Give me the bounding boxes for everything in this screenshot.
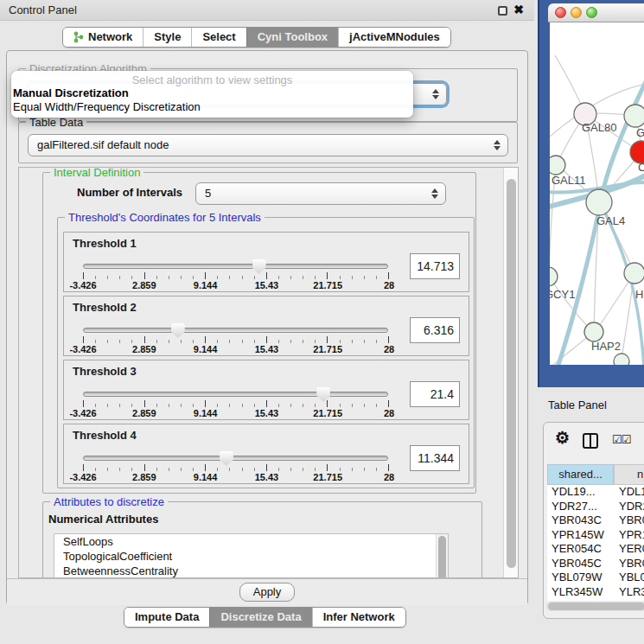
column-header-name[interactable]: n [614,464,644,485]
slider-track[interactable] [83,456,388,461]
close-icon[interactable]: ✖ [513,3,524,16]
table-cell[interactable]: YLR3 [614,585,644,600]
threshold-value-field[interactable]: 14.713 [410,253,460,279]
slider-ticks [83,336,389,343]
control-panel-titlebar: Control Panel ✖ [0,0,534,21]
tab-impute-data[interactable]: Impute Data [124,608,209,627]
threshold-value-field[interactable]: 21.4 [410,381,460,407]
apply-button[interactable]: Apply [239,583,296,602]
mac-zoom-button[interactable] [586,7,597,18]
column-header-shared-name[interactable]: shared... [547,464,614,485]
tab-cyni-toolbox[interactable]: Cyni Toolbox [246,28,338,47]
mac-minimize-button[interactable] [571,7,582,18]
table-cell[interactable]: YPR145W [547,528,614,543]
table-cell[interactable]: YBR045C [547,557,614,571]
tab-network[interactable]: Network [63,28,143,47]
scrollbar-thumb[interactable] [438,536,446,578]
table-cell[interactable]: YBR043C [547,513,614,528]
table-cell[interactable]: YER0 [614,542,644,557]
stepper-icon [431,188,438,199]
slider-track[interactable] [83,264,388,269]
table-hscrollbar[interactable] [546,602,644,611]
slider-tick-label: 21.715 [313,280,342,290]
table-cell[interactable]: YDR2 [614,500,644,514]
table-data-value: galFiltered.sif default node [37,138,169,151]
mac-close-button[interactable] [555,7,566,18]
table-cell[interactable]: YBL079W [547,571,614,585]
threshold-value-field[interactable]: 11.344 [410,445,460,471]
thresholds-group: Threshold's Coordinates for 5 Intervals … [57,217,475,488]
network-node[interactable] [614,354,629,365]
table-cell[interactable]: YIL0 [614,599,644,601]
network-node[interactable] [584,322,603,341]
checkbox-columns-icon[interactable]: ☑☑ [612,433,630,446]
slider-tick-label: 15.43 [255,344,279,354]
slider-tick-label: 9.144 [194,280,218,290]
group-title: Threshold's Coordinates for 5 Intervals [65,211,265,224]
tab-select[interactable]: Select [191,28,245,47]
tab-discretize-data[interactable]: Discretize Data [209,608,311,627]
network-node[interactable] [624,263,644,284]
table-data-combobox[interactable]: galFiltered.sif default node [28,134,508,156]
attributes-scrollbar[interactable] [436,534,448,578]
scrollbar-thumb[interactable] [507,179,516,568]
gear-icon[interactable]: ⚙ [555,428,570,448]
settings-scrollbar[interactable] [503,168,518,577]
dropdown-option-equal-width[interactable]: Equal Width/Frequency Discretization [11,100,413,114]
table-cell[interactable]: YDL19... [547,485,614,500]
threshold-value-field[interactable]: 6.316 [410,317,460,343]
table-cell[interactable]: YBR0 [614,557,644,571]
threshold-label: Threshold 4 [73,429,137,442]
tab-jactivemnodules[interactable]: jActiveMNodules [338,28,450,47]
tab-style[interactable]: Style [143,28,191,47]
table-row[interactable]: YLR345WYLR3 [547,585,644,600]
table-cell[interactable]: YDR27... [547,500,614,514]
slider-tick-label: 21.715 [313,408,342,418]
network-node-label: H [635,288,643,301]
network-node[interactable] [624,105,644,127]
table-row[interactable]: YBL079WYBL0 [547,571,644,585]
network-node[interactable] [550,267,558,286]
float-window-icon[interactable] [498,6,507,16]
network-node-label: GA [636,126,644,139]
tab-infer-network[interactable]: Infer Network [312,608,405,627]
scrollbar-thumb[interactable] [548,603,644,610]
attribute-list-item[interactable]: SelfLoops [54,534,448,549]
table-cell[interactable]: YBR0 [614,513,644,528]
slider-tick-labels: -3.4262.8599.14415.4321.71528 [83,344,389,354]
table-cell[interactable]: YBL0 [614,571,644,585]
network-node-label: GAL80 [582,121,616,134]
cyni-toolbox-panel: Discretization Algorithm Table Data galF… [6,50,528,605]
threshold-label: Threshold 1 [73,237,137,250]
column-layout-icon[interactable] [583,433,598,449]
table-cell[interactable]: YDL1 [614,485,644,500]
dropdown-option-manual[interactable]: Manual Discretization [11,86,413,100]
cyni-mode-tabs: Impute Data Discretize Data Infer Networ… [124,607,406,628]
attribute-list-item[interactable]: TopologicalCoefficient [54,549,448,564]
table-row[interactable]: YPR145WYPR1 [547,528,644,543]
table-row[interactable]: YDR27...YDR2 [547,500,644,514]
attribute-list-item[interactable]: BetweennessCentrality [54,564,448,578]
table-cell[interactable]: YLR345W [547,585,614,600]
table-row[interactable]: YBR043CYBR0 [547,513,644,528]
tab-label: Cyni Toolbox [258,30,328,43]
network-node[interactable] [550,156,565,175]
slider-track[interactable] [83,392,388,397]
table-cell[interactable]: YIL052C [547,599,614,601]
network-node[interactable] [586,189,612,215]
intervals-combobox[interactable]: 5 [195,182,446,205]
table-row[interactable]: YDL19...YDL1 [547,485,644,500]
threshold-label: Threshold 3 [73,365,137,378]
slider-tick-label: 15.43 [255,280,279,290]
tab-label: Network [88,30,132,43]
table-row[interactable]: YER054CYER0 [547,542,644,557]
slider-track[interactable] [83,328,388,333]
network-canvas[interactable]: GAL80GACGAL11GAL4GCY1HHAP2 [550,22,644,365]
table-cell[interactable]: YPR1 [614,528,644,543]
table-row[interactable]: YBR045CYBR0 [547,557,644,571]
table-row[interactable]: YIL052CYIL0 [547,599,644,601]
slider-ticks [83,464,389,471]
table-cell[interactable]: YER054C [547,542,614,557]
interval-definition-group: Interval Definition Number of Intervals … [42,172,476,494]
slider-tick-label: 15.43 [255,408,279,418]
